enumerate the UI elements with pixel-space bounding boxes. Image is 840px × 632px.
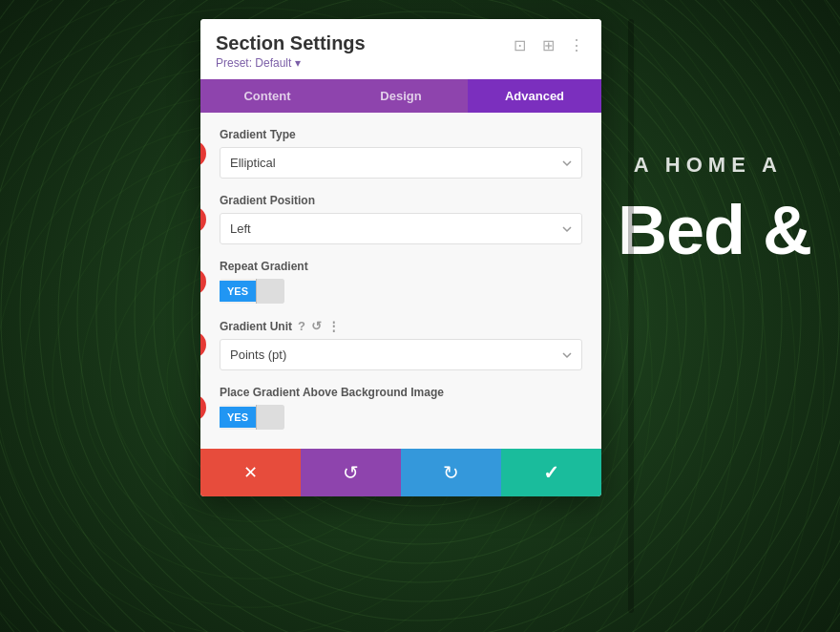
badge-1: 1 [200, 140, 206, 167]
panel-header-icons: ⊡ ⊞ ⋮ [510, 32, 586, 54]
repeat-gradient-toggle[interactable]: YES [220, 279, 582, 304]
badge-4: 4 [200, 331, 206, 358]
panel-preset[interactable]: Preset: Default ▾ [216, 56, 366, 70]
reset-icon[interactable]: ↺ [311, 319, 322, 333]
repeat-gradient-label: Repeat Gradient [220, 260, 582, 273]
more-options-icon[interactable]: ⋮ [567, 36, 586, 54]
tabs: Content Design Advanced [200, 79, 601, 113]
toggle-yes-label-2: YES [220, 407, 256, 428]
more-icon[interactable]: ⋮ [327, 319, 340, 333]
field-place-gradient: 5 Place Gradient Above Background Image … [220, 386, 582, 430]
gradient-position-select[interactable]: Left Center Right Top Bottom [220, 213, 582, 244]
place-gradient-label: Place Gradient Above Background Image [220, 386, 582, 399]
save-icon: ✓ [543, 461, 559, 484]
panel-header: Section Settings Preset: Default ▾ ⊡ ⊞ ⋮ [200, 19, 601, 70]
bg-heading: Bed & [618, 191, 811, 269]
place-gradient-toggle-btn[interactable]: YES [220, 405, 284, 430]
undo-icon: ↺ [343, 461, 359, 484]
panel-footer: ✕ ↺ ↻ ✓ [200, 449, 601, 496]
tab-content[interactable]: Content [200, 79, 334, 113]
section-settings-panel: Section Settings Preset: Default ▾ ⊡ ⊞ ⋮… [200, 19, 601, 496]
help-icon[interactable]: ? [298, 319, 305, 333]
toggle-no-area-2 [256, 405, 284, 430]
badge-5: 5 [200, 394, 206, 421]
panel-title: Section Settings [216, 32, 366, 54]
resize-icon[interactable]: ⊡ [510, 36, 529, 54]
gradient-unit-select[interactable]: Points (pt) Pixels (px) Percent (%) [220, 339, 582, 370]
cancel-button[interactable]: ✕ [200, 449, 301, 496]
tab-advanced[interactable]: Advanced [468, 79, 601, 113]
badge-3: 3 [200, 268, 206, 295]
gradient-type-select[interactable]: Elliptical Linear Conical [220, 147, 582, 179]
gradient-unit-label: Gradient Unit ? ↺ ⋮ [220, 319, 582, 333]
undo-button[interactable]: ↺ [301, 449, 401, 496]
toggle-no-area [256, 279, 284, 304]
gradient-unit-select-wrapper: Points (pt) Pixels (px) Percent (%) [220, 339, 582, 370]
columns-icon[interactable]: ⊞ [538, 36, 557, 54]
gradient-type-label: Gradient Type [220, 128, 582, 141]
field-gradient-unit: 4 Gradient Unit ? ↺ ⋮ Points (pt) Pixels… [220, 319, 582, 370]
toggle-yes-label: YES [220, 281, 256, 302]
gradient-type-select-wrapper: Elliptical Linear Conical [220, 147, 582, 179]
redo-icon: ↻ [443, 461, 459, 484]
bg-subtext: A HOME A [634, 153, 783, 178]
redo-button[interactable]: ↻ [401, 449, 501, 496]
panel-header-left: Section Settings Preset: Default ▾ [216, 32, 366, 70]
place-gradient-toggle[interactable]: YES [220, 405, 582, 430]
tab-design[interactable]: Design [334, 79, 468, 113]
gradient-position-label: Gradient Position [220, 194, 582, 207]
cancel-icon: ✕ [243, 462, 258, 483]
repeat-gradient-toggle-btn[interactable]: YES [220, 279, 284, 304]
gradient-position-select-wrapper: Left Center Right Top Bottom [220, 213, 582, 244]
field-gradient-type: 1 Gradient Type Elliptical Linear Conica… [220, 128, 582, 179]
scroll-indicator [628, 19, 634, 613]
panel-body: 1 Gradient Type Elliptical Linear Conica… [200, 113, 601, 449]
field-gradient-position: 2 Gradient Position Left Center Right To… [220, 194, 582, 244]
badge-2: 2 [200, 206, 206, 233]
field-repeat-gradient: 3 Repeat Gradient YES [220, 260, 582, 304]
save-button[interactable]: ✓ [501, 449, 601, 496]
